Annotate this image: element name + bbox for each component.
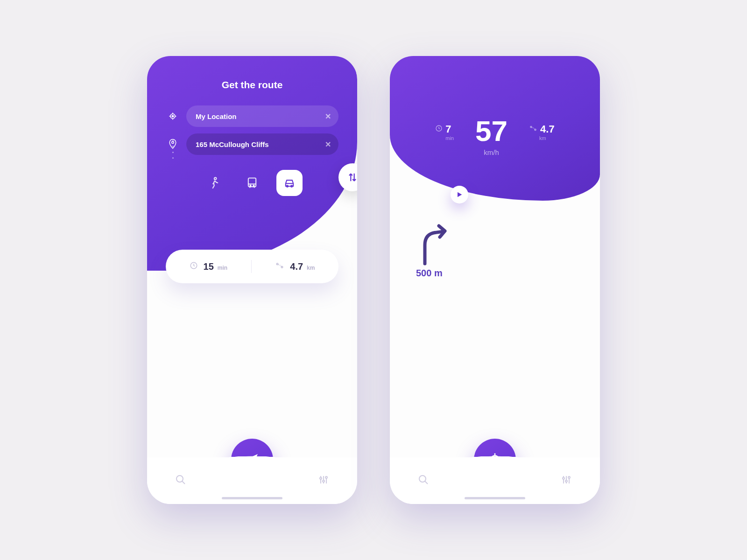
origin-text: My Location bbox=[196, 112, 237, 120]
swap-locations-button[interactable] bbox=[338, 163, 357, 191]
svg-point-24 bbox=[277, 263, 278, 265]
clear-destination-button[interactable]: ✕ bbox=[325, 140, 331, 149]
svg-point-7 bbox=[172, 115, 173, 117]
nav-header: 7 min 57 km/h 4.7 km bbox=[390, 56, 600, 201]
transport-mode-selector bbox=[166, 170, 338, 196]
svg-point-35 bbox=[530, 126, 532, 128]
svg-point-46 bbox=[563, 477, 564, 479]
distance-value: 4.7 bbox=[290, 261, 303, 272]
svg-point-33 bbox=[325, 476, 327, 478]
clock-icon bbox=[190, 261, 198, 272]
nav-distance-value: 4.7 bbox=[540, 123, 555, 135]
time-value: 15 bbox=[204, 261, 214, 272]
turn-distance: 500 m bbox=[416, 268, 443, 279]
recenter-button[interactable] bbox=[319, 407, 343, 432]
time-unit: min bbox=[218, 265, 227, 271]
divider bbox=[251, 260, 252, 273]
origin-icon bbox=[166, 109, 180, 123]
svg-point-50 bbox=[568, 476, 570, 478]
svg-point-43 bbox=[419, 476, 426, 482]
nav-distance-unit: km bbox=[539, 135, 546, 141]
compass-button[interactable] bbox=[564, 404, 588, 427]
home-indicator bbox=[465, 497, 525, 499]
route-planning-screen: Get the route My Location ✕ 165 McCullou… bbox=[147, 56, 357, 504]
svg-line-44 bbox=[425, 481, 428, 484]
home-indicator bbox=[222, 497, 282, 499]
svg-point-36 bbox=[535, 129, 536, 131]
distance-unit: km bbox=[307, 265, 315, 271]
play-voice-button[interactable] bbox=[451, 186, 468, 203]
svg-point-31 bbox=[323, 480, 324, 482]
mode-bus-button[interactable] bbox=[239, 170, 265, 196]
search-button[interactable] bbox=[418, 474, 429, 487]
mode-car-button[interactable] bbox=[276, 170, 303, 196]
route-stats-card: 15 min 4.7 km bbox=[166, 250, 338, 283]
svg-point-1 bbox=[330, 419, 332, 420]
nav-time-unit: min bbox=[445, 135, 454, 141]
distance-icon bbox=[275, 261, 284, 272]
clock-icon bbox=[435, 125, 443, 134]
destination-text: 165 McCullough Cliffs bbox=[196, 140, 269, 148]
svg-rect-14 bbox=[248, 178, 256, 187]
origin-marker bbox=[185, 312, 196, 322]
current-position-marker bbox=[476, 345, 514, 383]
screen-title: Get the route bbox=[166, 79, 338, 91]
search-button[interactable] bbox=[175, 474, 186, 487]
settings-button[interactable] bbox=[561, 474, 572, 487]
svg-line-27 bbox=[182, 481, 185, 484]
svg-point-17 bbox=[253, 185, 254, 186]
route-header: Get the route My Location ✕ 165 McCullou… bbox=[147, 56, 357, 271]
destination-input[interactable]: 165 McCullough Cliffs ✕ bbox=[186, 133, 338, 155]
nav-time-value: 7 bbox=[445, 123, 451, 135]
svg-point-25 bbox=[282, 266, 283, 267]
svg-point-16 bbox=[250, 185, 251, 186]
turn-right-icon bbox=[418, 224, 451, 268]
distance-icon bbox=[529, 125, 537, 134]
svg-point-26 bbox=[176, 476, 183, 482]
navigation-screen: 7 min 57 km/h 4.7 km 5 bbox=[390, 56, 600, 504]
speed-unit: km/h bbox=[475, 148, 507, 156]
route-connector-icon bbox=[172, 140, 175, 159]
destination-marker bbox=[314, 376, 331, 399]
svg-point-0 bbox=[328, 417, 334, 423]
settings-button[interactable] bbox=[318, 474, 329, 487]
speed-value: 57 bbox=[475, 117, 507, 146]
svg-point-13 bbox=[214, 177, 217, 180]
origin-input[interactable]: My Location ✕ bbox=[186, 105, 338, 127]
svg-point-48 bbox=[565, 480, 567, 482]
svg-point-29 bbox=[320, 477, 322, 479]
mode-walk-button[interactable] bbox=[202, 170, 228, 196]
clear-origin-button[interactable]: ✕ bbox=[325, 112, 331, 121]
